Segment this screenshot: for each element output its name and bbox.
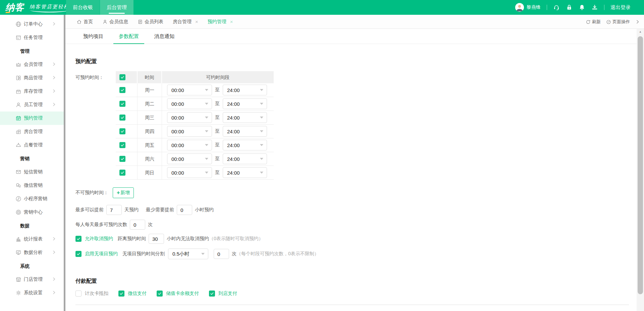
stored-card-balance-pay-checkbox[interactable] xyxy=(157,291,163,297)
page-tab-bar: 首页会员信息会员列表房台管理×预约管理× 刷新 页面操作 xyxy=(65,15,644,29)
sidebar-item-statistics-report[interactable]: 统计报表 xyxy=(0,232,64,246)
scrollbar-thumb[interactable] xyxy=(638,36,643,294)
start-time-select[interactable]: 00:00 xyxy=(167,98,212,109)
wechat-pay-checkbox[interactable] xyxy=(118,291,124,297)
sidebar-section-系统: 系统 xyxy=(0,259,64,273)
unbookable-time-label: 不可预约时间： xyxy=(75,190,108,196)
sidebar-item-order-center[interactable]: 订单中心 xyxy=(0,17,64,31)
content-tab-message-notify[interactable]: 消息通知 xyxy=(149,29,180,44)
sidebar-item-ordering-management[interactable]: 点餐管理 xyxy=(0,138,64,152)
caret-down-icon xyxy=(260,172,263,174)
sidebar-item-reservation-management[interactable]: 预约管理 xyxy=(0,112,64,125)
page-tab-label: 会员信息 xyxy=(109,19,128,25)
user-menu[interactable]: 黎燕锋 xyxy=(515,3,541,12)
content-tab-parameter-config[interactable]: 参数配置 xyxy=(113,29,144,44)
min-advance-hours-input[interactable] xyxy=(177,205,192,215)
sidebar-item-room-management[interactable]: 房台管理 xyxy=(0,125,64,138)
time-split-select[interactable]: 0.5小时 xyxy=(168,249,208,259)
no-project-checkbox[interactable] xyxy=(75,251,82,257)
end-time-select[interactable]: 24:00 xyxy=(223,85,267,95)
day-checkbox-6[interactable] xyxy=(119,156,125,162)
top-tab-back-office[interactable]: 后台管理 xyxy=(100,0,133,15)
doc-icon xyxy=(138,19,143,25)
sidebar-item-product-management[interactable]: 商品管理 xyxy=(0,71,64,85)
sidebar-item-sms-marketing[interactable]: 短信营销 xyxy=(0,165,64,179)
day-checkbox-4[interactable] xyxy=(119,128,125,134)
end-time-value: 24:00 xyxy=(227,142,240,148)
content-tab-reservation-items[interactable]: 预约项目 xyxy=(78,29,109,44)
sidebar-item-wechat-marketing[interactable]: 微信营销 xyxy=(0,179,64,192)
end-time-select[interactable]: 24:00 xyxy=(223,126,267,137)
sidebar-item-member-management[interactable]: 会员管理 xyxy=(0,58,64,71)
sidebar-item-system-settings[interactable]: 系统设置 xyxy=(0,286,64,300)
day-label: 周五 xyxy=(138,138,162,152)
brand: 纳客 纳客管店更轻松 xyxy=(5,0,69,15)
sidebar-item-marketing-center[interactable]: 营销中心 xyxy=(0,206,64,219)
day-checkbox-1[interactable] xyxy=(119,87,125,93)
sidebar-item-inventory-management[interactable]: 库存管理 xyxy=(0,85,64,98)
start-time-select[interactable]: 00:00 xyxy=(167,140,212,150)
caret-down-icon xyxy=(260,158,263,160)
avatar xyxy=(515,3,524,12)
page-ops-button[interactable]: 页面操作 xyxy=(606,19,630,25)
start-time-select[interactable]: 00:00 xyxy=(167,126,212,137)
sidebar-item-miniprogram-marketing[interactable]: 小程序营销 xyxy=(0,192,64,206)
start-time-select[interactable]: 00:00 xyxy=(167,112,212,123)
payment-option-wechat-pay[interactable]: 微信支付 xyxy=(118,291,147,297)
page-tab-room-management[interactable]: 房台管理× xyxy=(173,19,198,25)
payment-option-label: 储值卡余额支付 xyxy=(166,291,199,297)
page-tab-member-list[interactable]: 会员列表 xyxy=(138,19,163,25)
sidebar-section-营销: 营销 xyxy=(0,152,64,165)
start-time-select[interactable]: 00:00 xyxy=(167,85,212,95)
allow-cancel-label[interactable]: 允许取消预约 xyxy=(85,236,113,242)
refresh-button[interactable]: 刷新 xyxy=(586,19,601,25)
bookable-day-row: 周二00:00至24:00 xyxy=(116,97,274,111)
end-time-select[interactable]: 24:00 xyxy=(223,98,267,109)
sidebar-item-staff-management[interactable]: 员工管理 xyxy=(0,98,64,112)
page-tab-member-info[interactable]: 会员信息 xyxy=(102,19,128,25)
end-time-select[interactable]: 24:00 xyxy=(223,167,267,178)
chart-icon xyxy=(15,236,21,242)
cancel-hours-input[interactable] xyxy=(149,234,164,244)
day-checkbox-2[interactable] xyxy=(119,101,125,107)
payment-option-pay-at-store[interactable]: 到店支付 xyxy=(209,291,237,297)
download-icon[interactable] xyxy=(591,4,598,11)
count-card-deduction-checkbox[interactable] xyxy=(75,291,82,297)
bell-icon[interactable] xyxy=(579,4,585,11)
logout-button[interactable]: 退出登录 xyxy=(610,4,631,11)
room-icon xyxy=(15,129,21,135)
scroll-up-arrow[interactable]: ▲ xyxy=(637,29,644,34)
page-scrollbar[interactable]: ▲ xyxy=(637,29,644,311)
start-time-select[interactable]: 00:00 xyxy=(167,167,212,178)
day-checkbox-3[interactable] xyxy=(119,115,125,121)
start-time-select[interactable]: 00:00 xyxy=(167,153,212,164)
payment-option-stored-card-balance-pay[interactable]: 储值卡余额支付 xyxy=(157,291,199,297)
allow-cancel-checkbox[interactable] xyxy=(75,236,82,242)
select-all-checkbox[interactable] xyxy=(119,74,125,80)
payment-option-count-card-deduction[interactable]: 计次卡抵扣 xyxy=(75,291,108,297)
add-unbookable-time-button[interactable]: +新增 xyxy=(113,187,134,198)
pay-at-store-checkbox[interactable] xyxy=(209,291,215,297)
end-time-select[interactable]: 24:00 xyxy=(223,112,267,123)
daily-limit-input[interactable] xyxy=(130,220,145,230)
chevron-right-icon[interactable] xyxy=(635,19,640,24)
close-tab-icon[interactable]: × xyxy=(195,19,198,24)
page-tab-home[interactable]: 首页 xyxy=(76,19,93,25)
lock-icon[interactable] xyxy=(566,4,573,11)
sidebar-item-store-management[interactable]: 门店管理 xyxy=(0,273,64,286)
no-project-label[interactable]: 启用无项目预约 xyxy=(85,251,118,257)
top-tab-front-desk[interactable]: 前台收银 xyxy=(66,0,100,15)
max-advance-days-input[interactable] xyxy=(106,205,122,215)
sidebar-item-task-management[interactable]: 任务管理 xyxy=(0,31,64,44)
end-time-select[interactable]: 24:00 xyxy=(223,153,267,164)
day-checkbox-7[interactable] xyxy=(119,170,125,176)
end-time-select[interactable]: 24:00 xyxy=(223,140,267,150)
close-tab-icon[interactable]: × xyxy=(230,19,233,24)
day-checkbox-5[interactable] xyxy=(119,142,125,148)
page-tab-reservation-management[interactable]: 预约管理× xyxy=(208,19,233,25)
support-icon[interactable] xyxy=(553,4,560,11)
cancel-hint: （0表示随时可取消预约） xyxy=(209,236,263,242)
sidebar-item-data-analysis[interactable]: 数据分析 xyxy=(0,246,64,259)
slot-times-input[interactable] xyxy=(214,249,229,259)
caret-down-icon xyxy=(205,89,208,91)
